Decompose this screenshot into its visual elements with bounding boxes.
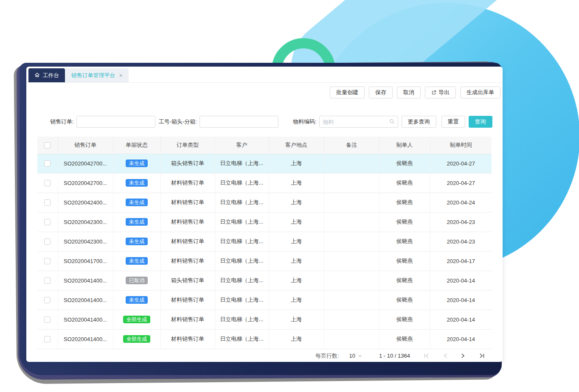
cell-remark xyxy=(324,193,379,212)
export-button[interactable]: 导出 xyxy=(425,87,456,98)
cell-date: 2020-04-24 xyxy=(430,193,492,212)
row-checkbox[interactable] xyxy=(44,199,51,206)
cell-status: 未生成 xyxy=(113,232,160,251)
cell-remark xyxy=(324,173,379,193)
cell-location: 上海 xyxy=(269,193,324,212)
rows-per-page-select[interactable]: 10 xyxy=(349,353,362,359)
cell-creator: 侯晓燕 xyxy=(379,310,430,329)
cell-location: 上海 xyxy=(269,212,324,232)
next-page-icon[interactable] xyxy=(461,353,465,358)
save-button[interactable]: 保存 xyxy=(369,87,393,98)
status-badge: 未生成 xyxy=(126,179,148,187)
cell-order: SO2020042400... xyxy=(58,193,113,212)
tab-workbench[interactable]: 工作台 xyxy=(28,68,65,82)
sales-order-input[interactable] xyxy=(76,116,155,128)
row-checkbox[interactable] xyxy=(44,336,51,342)
cell-date: 2020-04-23 xyxy=(430,232,492,251)
more-query-button[interactable]: 更多查询 xyxy=(402,116,436,128)
filter-bar: 销售订单: 工号-箱头-分箱: 物料编码: 更多查询 重置 查询 xyxy=(26,116,503,128)
reset-button[interactable]: 重置 xyxy=(441,116,465,128)
cell-location: 上海 xyxy=(269,290,324,310)
generate-outbound-button[interactable]: 生成出库单 xyxy=(460,87,500,98)
search-icon xyxy=(389,119,395,124)
tab-bar: 工作台 销售订单管理平台 × xyxy=(26,67,503,83)
cell-date: 2020-04-14 xyxy=(430,310,492,329)
row-checkbox[interactable] xyxy=(44,297,51,303)
batch-create-button[interactable]: 批量创建 xyxy=(330,87,365,98)
cell-location: 上海 xyxy=(269,329,324,349)
table-row[interactable]: SO2020042700...未生成材料销售订单日立电梯（上海...上海侯晓燕2… xyxy=(37,173,492,193)
cell-customer: 日立电梯（上海... xyxy=(215,193,269,212)
prev-page-icon[interactable] xyxy=(443,353,447,358)
cell-type: 箱头销售订单 xyxy=(160,271,215,290)
cell-checkbox xyxy=(37,251,58,271)
cancel-button[interactable]: 取消 xyxy=(397,87,421,98)
cell-status: 全部生成 xyxy=(113,329,160,349)
table-row[interactable]: SO2020041400...已取消箱头销售订单日立电梯（上海...上海侯晓燕2… xyxy=(37,271,492,290)
cell-creator: 侯晓燕 xyxy=(379,212,430,232)
status-badge: 未生成 xyxy=(126,296,148,304)
cell-creator: 侯晓燕 xyxy=(379,193,430,212)
row-checkbox[interactable] xyxy=(44,316,51,323)
cell-status: 全部生成 xyxy=(113,310,160,329)
orders-table-wrap: 销售订单 单据状态 订单类型 客户 客户地点 备注 制单人 制单时间 SO202… xyxy=(37,137,492,349)
material-input[interactable] xyxy=(319,116,398,128)
status-badge: 未生成 xyxy=(126,160,148,167)
last-page-icon[interactable] xyxy=(479,353,485,358)
cell-status: 未生成 xyxy=(113,193,160,212)
row-checkbox[interactable] xyxy=(44,258,51,264)
cell-customer: 日立电梯（上海... xyxy=(215,154,269,173)
box-filter-label: 工号-箱头-分箱: xyxy=(159,118,197,126)
cell-checkbox xyxy=(37,212,58,232)
cell-type: 材料销售订单 xyxy=(160,251,215,271)
cell-date: 2020-04-23 xyxy=(430,212,492,232)
cell-creator: 侯晓燕 xyxy=(379,271,430,290)
row-checkbox[interactable] xyxy=(44,238,51,245)
material-filter-label: 物料编码: xyxy=(293,118,317,126)
status-badge: 未生成 xyxy=(126,218,148,226)
cell-customer: 日立电梯（上海... xyxy=(215,212,269,232)
select-all-checkbox[interactable] xyxy=(44,142,51,148)
tab-workbench-label: 工作台 xyxy=(43,72,59,79)
close-icon[interactable]: × xyxy=(119,72,122,79)
table-row[interactable]: SO2020041400...全部生成材料销售订单日立电梯（上海...上海侯晓燕… xyxy=(37,329,492,349)
row-checkbox[interactable] xyxy=(44,277,51,284)
cell-creator: 侯晓燕 xyxy=(379,173,430,193)
table-row[interactable]: SO2020041400...全部生成材料销售订单日立电梯（上海...上海侯晓燕… xyxy=(37,310,492,329)
status-badge: 已取消 xyxy=(126,277,148,284)
table-row[interactable]: SO2020042300...未生成材料销售订单日立电梯（上海...上海侯晓燕2… xyxy=(37,232,492,251)
cell-status: 已取消 xyxy=(113,271,160,290)
query-button[interactable]: 查询 xyxy=(469,116,492,128)
page-background: 工作台 销售订单管理平台 × 批量创建 保存 取消 导出 生成出库单 销售订单: xyxy=(0,0,579,392)
table-row[interactable]: SO2020041700...未生成材料销售订单日立电梯（上海...上海侯晓燕2… xyxy=(37,251,492,271)
table-row[interactable]: SO2020042300...未生成材料销售订单日立电梯（上海...上海侯晓燕2… xyxy=(37,212,492,232)
cell-date: 2020-04-14 xyxy=(430,290,492,310)
cell-type: 材料销售订单 xyxy=(160,212,215,232)
first-page-icon[interactable] xyxy=(424,353,430,358)
box-input[interactable] xyxy=(200,116,278,128)
cell-customer: 日立电梯（上海... xyxy=(215,290,269,310)
status-badge: 全部生成 xyxy=(123,335,150,343)
cell-customer: 日立电梯（上海... xyxy=(215,173,269,193)
row-checkbox[interactable] xyxy=(44,180,51,186)
col-remark: 备注 xyxy=(324,137,379,154)
cell-order: SO2020042700... xyxy=(58,173,113,193)
table-row[interactable]: SO2020042400...未生成材料销售订单日立电梯（上海...上海侯晓燕2… xyxy=(37,193,492,212)
status-badge: 未生成 xyxy=(126,199,148,206)
table-row[interactable]: SO2020041400...未生成材料销售订单日立电梯（上海...上海侯晓燕2… xyxy=(37,290,492,310)
table-row[interactable]: SO2020042700...未生成箱头销售订单日立电梯（上海...上海侯晓燕2… xyxy=(37,154,492,173)
cell-creator: 侯晓燕 xyxy=(379,154,430,173)
cell-remark xyxy=(324,154,379,173)
col-create-time: 制单时间 xyxy=(430,137,492,154)
cell-location: 上海 xyxy=(269,251,324,271)
row-checkbox[interactable] xyxy=(44,219,51,225)
tab-sales-order-platform[interactable]: 销售订单管理平台 × xyxy=(65,68,129,82)
cell-type: 材料销售订单 xyxy=(160,290,215,310)
cell-remark xyxy=(324,232,379,251)
home-icon xyxy=(34,72,40,79)
cell-location: 上海 xyxy=(269,173,324,193)
cell-creator: 侯晓燕 xyxy=(379,290,430,310)
row-checkbox[interactable] xyxy=(44,160,51,167)
cell-checkbox xyxy=(37,154,58,173)
cell-type: 材料销售订单 xyxy=(160,173,215,193)
